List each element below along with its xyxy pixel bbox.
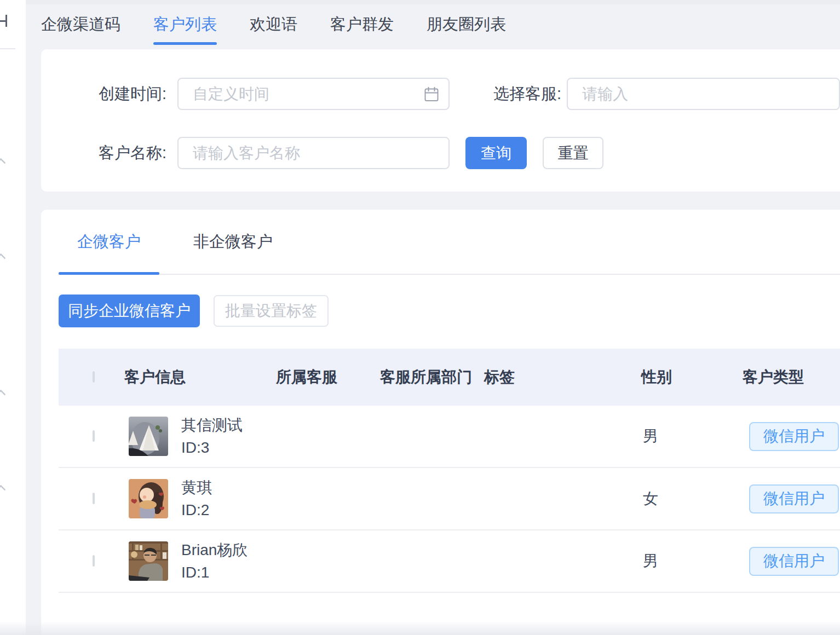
sidebar-chevron-icon[interactable] bbox=[0, 484, 6, 494]
sidebar-divider bbox=[0, 48, 15, 49]
batch-set-tags-button[interactable]: 批量设置标签 bbox=[214, 295, 329, 327]
reset-button[interactable]: 重置 bbox=[543, 137, 603, 169]
row-checkbox[interactable] bbox=[93, 555, 95, 567]
customer-name-label: 客户名称: bbox=[99, 142, 166, 164]
customer-name-input[interactable] bbox=[177, 137, 450, 169]
gender-cell: 男 bbox=[641, 426, 743, 447]
avatar bbox=[129, 541, 168, 581]
filter-row-1: 创建时间: 选择客服: bbox=[99, 78, 840, 110]
tab-wework-channel-code[interactable]: 企微渠道码 bbox=[41, 14, 120, 36]
search-button[interactable]: 查询 bbox=[465, 137, 527, 169]
table-row: 其信测试 ID:3 男 微信用户 bbox=[59, 406, 840, 468]
create-time-field[interactable] bbox=[193, 85, 424, 103]
sync-wework-customers-button[interactable]: 同步企业微信客户 bbox=[59, 295, 200, 327]
filter-panel: 创建时间: 选择客服: 客户名称: bbox=[41, 49, 840, 192]
column-header-customer-type: 客户类型 bbox=[743, 367, 840, 388]
filter-row-2: 客户名称: 查询 重置 bbox=[99, 137, 840, 169]
calendar-icon[interactable] bbox=[424, 86, 439, 102]
column-header-agent-department: 客服所属部门 bbox=[380, 367, 484, 388]
tab-wework-customers[interactable]: 企微客户 bbox=[59, 210, 159, 274]
sidebar-fold-icon[interactable] bbox=[0, 15, 8, 27]
customer-name: Brian杨欣 bbox=[181, 541, 248, 559]
table-actions: 同步企业微信客户 批量设置标签 bbox=[59, 295, 840, 327]
table-row: 黄琪 ID:2 女 微信用户 bbox=[59, 468, 840, 530]
tab-moments-list[interactable]: 朋友圈列表 bbox=[427, 14, 506, 36]
select-agent-field[interactable] bbox=[582, 85, 829, 103]
customer-table: 客户信息 所属客服 客服所属部门 标签 性别 客户类型 bbox=[59, 349, 840, 593]
select-agent-input[interactable] bbox=[567, 78, 840, 110]
avatar bbox=[129, 417, 168, 456]
row-checkbox[interactable] bbox=[93, 493, 95, 504]
sidebar-chevron-icon[interactable] bbox=[0, 253, 6, 263]
collapsed-sidebar bbox=[0, 0, 26, 635]
table-row: Brian杨欣 ID:1 男 微信用户 bbox=[59, 530, 840, 593]
tab-customer-list[interactable]: 客户列表 bbox=[153, 14, 217, 36]
tab-customer-broadcast[interactable]: 客户群发 bbox=[330, 14, 394, 36]
column-header-tags: 标签 bbox=[484, 367, 641, 388]
create-time-label: 创建时间: bbox=[99, 83, 166, 105]
customer-name: 其信测试 bbox=[181, 416, 243, 435]
gender-cell: 女 bbox=[641, 488, 743, 509]
customer-id: ID:1 bbox=[181, 563, 248, 582]
column-header-customer-info: 客户信息 bbox=[124, 367, 276, 388]
sidebar-chevron-icon[interactable] bbox=[0, 158, 6, 168]
select-agent-label: 选择客服: bbox=[493, 83, 561, 105]
page-tabs: 企微渠道码 客户列表 欢迎语 客户群发 朋友圈列表 bbox=[26, 0, 840, 49]
gender-cell: 男 bbox=[641, 551, 743, 572]
customer-type-tag[interactable]: 微信用户 bbox=[749, 422, 839, 451]
customer-type-tabs: 企微客户 非企微客户 bbox=[59, 210, 840, 275]
column-header-owner-agent: 所属客服 bbox=[276, 367, 380, 388]
column-header-gender: 性别 bbox=[641, 367, 743, 388]
avatar bbox=[129, 479, 168, 518]
customer-id: ID:3 bbox=[181, 438, 243, 457]
main-content: 企微渠道码 客户列表 欢迎语 客户群发 朋友圈列表 创建时间: 选择客服: bbox=[26, 0, 840, 635]
customer-type-tag[interactable]: 微信用户 bbox=[749, 547, 839, 576]
table-header-row: 客户信息 所属客服 客服所属部门 标签 性别 客户类型 bbox=[59, 349, 840, 406]
row-checkbox[interactable] bbox=[93, 430, 95, 442]
tab-non-wework-customers[interactable]: 非企微客户 bbox=[175, 210, 291, 274]
sidebar-chevron-icon[interactable] bbox=[0, 389, 6, 399]
customer-table-panel: 企微客户 非企微客户 同步企业微信客户 批量设置标签 客户信息 所属客服 客服所… bbox=[41, 210, 840, 635]
customer-name: 黄琪 bbox=[181, 478, 212, 497]
customer-id: ID:2 bbox=[181, 501, 212, 519]
customer-name-field[interactable] bbox=[193, 145, 439, 162]
create-time-input[interactable] bbox=[177, 78, 450, 110]
tab-welcome-message[interactable]: 欢迎语 bbox=[250, 14, 297, 36]
customer-type-tag[interactable]: 微信用户 bbox=[749, 484, 839, 513]
select-all-checkbox[interactable] bbox=[93, 371, 95, 383]
